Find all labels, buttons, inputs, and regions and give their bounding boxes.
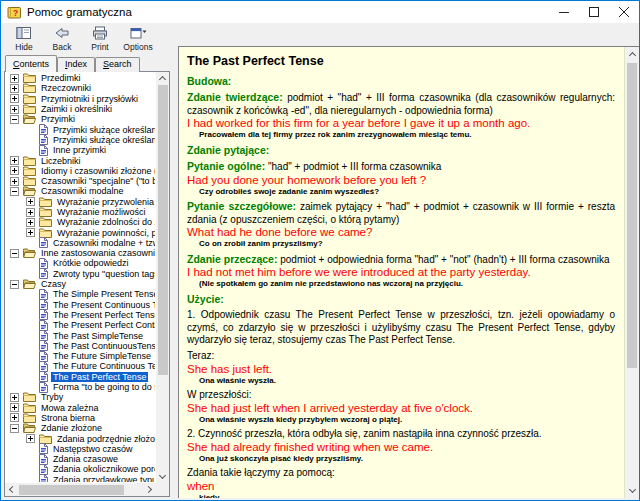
expand-icon[interactable] [26, 228, 35, 237]
tree-item[interactable]: Przyimki [6, 114, 155, 124]
tree-hscroll-thumb[interactable] [19, 485, 124, 495]
expander-spacer [26, 383, 35, 392]
collapse-icon[interactable] [10, 424, 19, 433]
tree-item[interactable]: Czasowniki "specjalne" ("to be", "to hav… [6, 176, 155, 186]
tree-item-label: Przyimki służące określaniu miejsca [51, 135, 155, 145]
tree-item[interactable]: Przyimki służące określaniu czasu [6, 124, 155, 134]
folder-icon [39, 434, 52, 444]
tree-item[interactable]: The Present Continuous Tense [6, 300, 155, 310]
tree-item[interactable]: The Present Perfect Continuous Tense [6, 320, 155, 330]
tree-item[interactable]: Zdania okolicznikowe porównawcze [6, 464, 155, 474]
tree-item[interactable]: The Past Perfect Tense [6, 372, 155, 382]
tree-item[interactable]: The Past SimpleTense [6, 330, 155, 340]
scroll-left-icon[interactable] [5, 483, 18, 496]
body-text: 1. Odpowiednik czasu The Present Perfect… [187, 309, 615, 347]
expand-icon[interactable] [10, 403, 19, 412]
expand-icon[interactable] [26, 434, 35, 443]
tree-item[interactable]: The Simple Present Tense [6, 289, 155, 299]
tree-item[interactable]: The Future SimpleTense [6, 351, 155, 361]
collapse-icon[interactable] [10, 187, 19, 196]
tree-item[interactable]: Wyrażanie przyzwolenia [6, 197, 155, 207]
scroll-down-icon[interactable] [156, 470, 169, 483]
tree-item-label: Mowa zależna [39, 403, 101, 413]
tree-item[interactable]: Zdania podrzędnie złożone [6, 433, 155, 443]
tree-vertical-scrollbar[interactable] [156, 72, 169, 483]
tree-item[interactable]: Zdania czasowe [6, 454, 155, 464]
scroll-up-icon[interactable] [625, 47, 639, 62]
tree-item[interactable]: Zwroty typu "question tags" [6, 269, 155, 279]
tree-scroll-thumb[interactable] [158, 85, 168, 375]
expand-icon[interactable] [10, 84, 19, 93]
expand-icon[interactable] [26, 208, 35, 217]
tree-item[interactable]: Zaimki i określniki [6, 104, 155, 114]
expand-icon[interactable] [10, 166, 19, 175]
hide-button[interactable]: Hide [5, 25, 43, 52]
scroll-down-icon[interactable] [625, 483, 639, 498]
tab-index[interactable]: Index [57, 57, 95, 72]
body-text: Teraz: [187, 350, 615, 363]
scrollbar-corner [156, 483, 169, 496]
options-button[interactable]: Options [119, 25, 157, 52]
expand-icon[interactable] [10, 393, 19, 402]
tree-item[interactable]: Mowa zależna [6, 403, 155, 413]
tree-item-label: Strona bierna [39, 413, 97, 423]
tree-item[interactable]: Przymiotniki i przysłówki [6, 94, 155, 104]
tree-item[interactable]: Zdanie złożone [6, 423, 155, 433]
expand-icon[interactable] [26, 218, 35, 227]
tree-item[interactable]: Krótkie odpowiedzi [6, 258, 155, 268]
folder-icon [39, 197, 52, 207]
tree-horizontal-scrollbar[interactable] [5, 483, 156, 496]
tree-item-label: Tryby [39, 392, 65, 402]
collapse-icon[interactable] [10, 280, 19, 289]
expand-icon[interactable] [10, 105, 19, 114]
tree-item[interactable]: The Present Perfect Tense [6, 310, 155, 320]
minimize-button[interactable] [549, 2, 579, 23]
tree-item[interactable]: The Past ContinuousTense [6, 341, 155, 351]
tree-item[interactable]: Wyrażanie możliwości [6, 207, 155, 217]
expand-icon[interactable] [10, 74, 19, 83]
tree-item[interactable]: Czasowniki modalne [6, 186, 155, 196]
tree-item[interactable]: Wyrażanie zdolności do zrobienia czegoś [6, 217, 155, 227]
tree-item[interactable]: Liczebniki [6, 155, 155, 165]
expand-icon[interactable] [26, 197, 35, 206]
tree-item[interactable]: Następstwo czasów [6, 444, 155, 454]
content-vertical-scrollbar[interactable] [624, 47, 639, 498]
maximize-button[interactable] [579, 2, 609, 23]
tree-item[interactable]: Przyimki służące określaniu miejsca [6, 135, 155, 145]
tree-item[interactable]: Tryby [6, 392, 155, 402]
tree-item[interactable]: Inne zastosowania czasowników modalnych [6, 248, 155, 258]
expand-icon[interactable] [10, 94, 19, 103]
content-scroll-thumb[interactable] [627, 63, 637, 368]
tree-item[interactable]: Czasy [6, 279, 155, 289]
tab-contents[interactable]: Contents [5, 55, 57, 72]
folder-icon [23, 156, 36, 166]
tree-item[interactable]: Idiomy i czasowniki złożone ("phrasal ve… [6, 166, 155, 176]
page-icon [39, 382, 48, 393]
tree-item-label: Inne zastosowania czasowników modalnych [39, 248, 155, 258]
close-button[interactable] [609, 2, 639, 23]
tree-item[interactable]: Strona bierna [6, 413, 155, 423]
expand-icon[interactable] [10, 413, 19, 422]
tree-item[interactable]: Forma "to be going to do something" [6, 382, 155, 392]
tree-item[interactable]: Rzeczowniki [6, 83, 155, 93]
tab-search[interactable]: Search [95, 57, 140, 72]
expand-icon[interactable] [10, 177, 19, 186]
tree-item[interactable]: Wyrażanie powinności, przymusu [6, 227, 155, 237]
tree-item[interactable]: Inne przyimki [6, 145, 155, 155]
tree-item[interactable]: Czasowniki modalne + tzw. Perfect Infini… [6, 238, 155, 248]
collapse-icon[interactable] [10, 115, 19, 124]
folder-open-icon [23, 423, 36, 433]
back-button[interactable]: Back [43, 25, 81, 52]
scroll-right-icon[interactable] [143, 483, 156, 496]
tree-item[interactable]: Zdania przydawkowe typu Defining [6, 475, 155, 482]
scroll-up-icon[interactable] [156, 72, 169, 85]
print-button[interactable]: Print [81, 25, 119, 52]
window-title: Pomoc gramatyczna [27, 6, 549, 18]
collapse-icon[interactable] [10, 249, 19, 258]
tree-item[interactable]: Przedimki [6, 73, 155, 83]
folder-icon [23, 413, 36, 423]
expand-icon[interactable] [10, 156, 19, 165]
tree-item-label: Liczebniki [39, 156, 83, 166]
folder-icon [23, 94, 36, 104]
tree-item[interactable]: The Future Continuous Tense [6, 361, 155, 371]
